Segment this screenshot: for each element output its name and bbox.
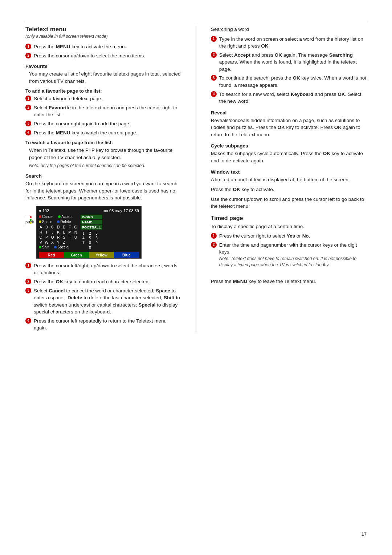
kb-page-num: ● 102 (39, 208, 49, 213)
cancel-dot (39, 215, 41, 218)
sw-text-2: Select Accept and press OK again. The me… (219, 52, 367, 73)
left-column: Teletext menu (only available in full sc… (25, 26, 181, 333)
search-intro: On the keyboard on screen you can type i… (25, 180, 181, 202)
tp-text-2: Enter the time and pagenumber with the c… (219, 242, 367, 271)
intro-bullet-2-text: Press the cursor up/down to select the m… (34, 52, 181, 60)
timed-page-title: Timed page (211, 215, 367, 222)
column-divider (196, 26, 196, 333)
favourite-title: Favourite (25, 64, 181, 69)
sw-bullet-3: 3 To continue the search, press the OK k… (211, 74, 367, 89)
fav-add-3: 3 Press the cursor right again to add th… (25, 120, 181, 127)
bullet-num-1: 1 (25, 44, 31, 49)
kb-color-blue: Blue (114, 252, 139, 258)
fav-add-num-4: 4 (25, 130, 31, 135)
reveal-section: Reveal Reveals/conceals hidden informati… (211, 110, 367, 138)
kb-chars-row4: V W X Y Z (39, 240, 78, 244)
puck-dot-green (30, 219, 32, 221)
favourite-intro: You may create a list of eight favourite… (29, 70, 181, 85)
footer-text: Press the MENU key to leave the Teletext… (211, 278, 367, 285)
sw-bullet-2: 2 Select Accept and press OK again. The … (211, 52, 367, 73)
window-text-line2: Press the OK key to activate. (211, 186, 367, 193)
search-text-3: Select Cancel to cancel the word or char… (34, 287, 181, 316)
tp-bullet-2: 2 Enter the time and pagenumber with the… (211, 242, 367, 271)
special-dot (54, 246, 57, 248)
cycle-title: Cycle subpages (211, 143, 367, 149)
page-number: 17 (362, 531, 367, 537)
reveal-title: Reveal (211, 110, 367, 116)
kb-color-red: Red (39, 252, 64, 258)
space-dot (39, 220, 41, 223)
kb-chars-row1: A B C D E F G (39, 225, 78, 229)
sw-num-2: 2 (211, 52, 217, 58)
kb-delete-btn: Delete (57, 220, 71, 224)
search-title: Search (25, 173, 181, 179)
cycle-subpages-section: Cycle subpages Makes the subpages cycle … (211, 143, 367, 164)
accept-dot (58, 215, 61, 218)
kb-word-name: NAME (81, 220, 102, 224)
kb-color-yellow: Yellow (89, 252, 114, 258)
search-text-1: Press the cursor left/right, up/down to … (34, 262, 181, 276)
timed-page-intro: To display a specific page at a certain … (211, 223, 367, 230)
search-bullet-1: 1 Press the cursor left/right, up/down t… (25, 262, 181, 276)
shift-label: Shift (42, 245, 49, 249)
favourite-section: Favourite You may create a list of eight… (25, 64, 181, 168)
tp-num-2: 2 (211, 242, 217, 248)
search-section: Search On the keyboard on screen you can… (25, 173, 181, 332)
fav-add-text-4: Press the MENU key to watch the current … (34, 129, 181, 137)
window-text-section: Window text A limited amount of text is … (211, 169, 367, 210)
reveal-text: Reveals/conceals hidden information on a… (211, 117, 367, 138)
cancel-label: Cancel (42, 215, 53, 219)
window-text-line1: A limited amount of text is displayed at… (211, 176, 367, 183)
kb-word-football: FOOTBALL (81, 225, 102, 230)
search-bullet-4: 4 Press the cursor left repeatedly to re… (25, 317, 181, 332)
search-num-3: 3 (25, 288, 31, 293)
add-favourite-heading: To add a favourite page to the list: (25, 88, 181, 94)
kb-accept-btn: Accept (58, 215, 73, 219)
kb-num-grid: 1 2 3 4 5 6 7 8 9 0 (81, 231, 99, 250)
kb-word-labels: WORD NAME FOOTBALL (81, 215, 102, 230)
kb-datetime: mo 08 may 17:08:39 (103, 208, 139, 213)
search-num-4: 4 (25, 318, 31, 324)
intro-bullet-1-text: Press the MENU key to activate the menu. (34, 43, 181, 50)
puck-line (25, 217, 30, 217)
search-num-1: 1 (25, 263, 31, 268)
window-text-line3: Use the cursor up/down to scroll and pre… (211, 196, 367, 210)
kb-cancel-btn: Cancel (39, 215, 53, 219)
fav-add-num-2: 2 (25, 105, 31, 110)
section-subtitle: (only available in full screen teletext … (25, 34, 181, 39)
watch-favourite-text: When in Teletext, use the P+P key to bro… (29, 147, 181, 161)
fav-add-2: 2 Select Favourite in the teletext menu … (25, 104, 181, 118)
favourite-note: Note: only the pages of the current chan… (29, 163, 181, 168)
searching-word-section: Searching a word 1 Type in the word on s… (211, 26, 367, 105)
search-text-2: Press the OK key to confirm each charact… (34, 278, 181, 285)
tp-num-1: 1 (211, 233, 217, 239)
delete-label: Delete (60, 220, 71, 224)
sw-num-4: 4 (211, 91, 217, 97)
window-text-title: Window text (211, 169, 367, 175)
kb-chars-row3: O P Q R S T U (39, 235, 78, 239)
search-bullet-3: 3 Select Cancel to cancel the word or ch… (25, 287, 181, 316)
intro-bullet-2: 2 Press the cursor up/down to select the… (25, 52, 181, 60)
top-divider (25, 22, 367, 22)
intro-bullet-1: 1 Press the MENU key to activate the men… (25, 43, 181, 50)
sw-text-3: To continue the search, press the OK key… (219, 74, 367, 89)
section-title: Teletext menu (25, 26, 181, 33)
bullet-num-2: 2 (25, 53, 31, 58)
kb-shift-btn: Shift (39, 245, 49, 249)
kb-shift-special-row: Shift Special (39, 245, 78, 249)
kb-special-btn: Special (54, 245, 69, 249)
fav-add-text-2: Select Favourite in the teletext menu an… (34, 104, 181, 118)
space-label: Space (42, 220, 52, 224)
kb-color-bar: Red Green Yellow Blue (39, 252, 139, 258)
fav-add-text-1: Select a favourite teletext page. (34, 95, 181, 102)
sw-bullet-1: 1 Type in the word on screen or select a… (211, 36, 367, 50)
puck-dot-yellow (30, 222, 32, 224)
kb-color-green: Green (64, 252, 89, 258)
sw-text-1: Type in the word on screen or select a w… (219, 36, 367, 50)
timed-page-section: Timed page To display a specific page at… (211, 215, 367, 271)
sw-num-1: 1 (211, 36, 217, 42)
cycle-text: Makes the subpages cycle automatically. … (211, 150, 367, 164)
delete-dot (57, 220, 60, 223)
searching-word-title: Searching a word (211, 26, 367, 33)
search-text-4: Press the cursor left repeatedly to retu… (34, 317, 181, 332)
